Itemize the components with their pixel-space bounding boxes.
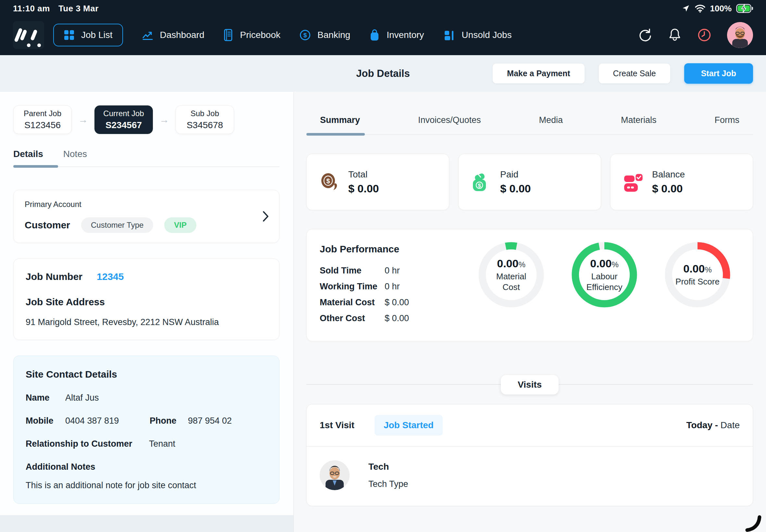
primary-account-card[interactable]: Primary Account Customer Customer Type V…	[13, 190, 279, 243]
location-icon	[682, 4, 690, 13]
active-tab-indicator	[13, 165, 58, 168]
wallet-check-icon	[623, 172, 644, 192]
sync-icon[interactable]	[638, 28, 652, 42]
nav-item-dashboard[interactable]: Dashboard	[142, 29, 204, 41]
paid-value: $ 0.00	[500, 182, 531, 195]
nav-label: Job List	[81, 30, 113, 40]
nav-label: Inventory	[387, 30, 424, 40]
ink-swoosh	[745, 512, 764, 532]
tab-notes[interactable]: Notes	[63, 149, 87, 159]
visit-tech-row[interactable]: Tech Tech Type	[307, 447, 753, 506]
tech-type: Tech Type	[368, 479, 408, 489]
sub-job-card[interactable]: Sub Job S345678	[176, 105, 234, 134]
tab-materials[interactable]: Materials	[621, 115, 657, 125]
profit-score-gauge: 0.00% Profit Score	[664, 242, 731, 308]
site-contact-card: Site Contact Details Name Altaf Jus Mobi…	[13, 356, 279, 504]
customer-name: Customer	[25, 220, 70, 231]
tab-media[interactable]: Media	[539, 115, 563, 125]
vip-badge: VIP	[164, 217, 196, 233]
job-started-chip[interactable]: Job Started	[374, 415, 443, 436]
job-number-card: Job Number 12345 Job Site Address 91 Mar…	[13, 259, 279, 340]
details-notes-tabs: Details Notes	[13, 149, 279, 167]
working-time-row: Working Time 0 hr	[320, 282, 469, 292]
job-summary-panel: Summary Invoices/Quotes Media Materials …	[294, 92, 766, 532]
nav-label: Unsold Jobs	[462, 30, 512, 40]
coin-icon: $	[319, 172, 340, 192]
first-visit-card[interactable]: 1st Visit Job Started Today - Date Tech …	[306, 404, 753, 506]
summary-tabs: Summary Invoices/Quotes Media Materials …	[306, 111, 753, 135]
balance-value: $ 0.00	[652, 182, 685, 195]
app-screen: 11:10 am Tue 3 Mar 100% Job L	[0, 0, 766, 532]
svg-text:$: $	[303, 32, 307, 39]
total-value: $ 0.00	[348, 182, 379, 195]
active-tab-indicator	[306, 133, 365, 136]
visits-section-divider: Visits	[306, 375, 753, 393]
nav-label: Dashboard	[160, 30, 204, 40]
bell-icon[interactable]	[668, 28, 682, 42]
contact-relationship: Tenant	[149, 439, 175, 449]
arrow-right-icon: →	[78, 114, 88, 125]
tab-forms[interactable]: Forms	[715, 115, 740, 125]
customer-type-chip: Customer Type	[81, 217, 153, 233]
tab-invoices-quotes[interactable]: Invoices/Quotes	[418, 115, 481, 125]
job-number-link[interactable]: 12345	[97, 271, 124, 282]
visit-date: Today - Date	[687, 420, 740, 430]
wifi-icon	[695, 4, 706, 13]
user-avatar[interactable]	[727, 22, 753, 48]
chevron-right-icon[interactable]	[262, 211, 269, 222]
ledger-icon	[223, 29, 233, 41]
battery-percent: 100%	[710, 4, 732, 14]
bag-icon	[369, 29, 380, 41]
job-breadcrumb: Parent Job S123456 → Current Job S234567…	[13, 105, 279, 134]
start-job-button[interactable]: Start Job	[684, 63, 753, 84]
current-job-card[interactable]: Current Job S234567	[94, 105, 153, 134]
parent-job-card[interactable]: Parent Job S123456	[13, 105, 72, 134]
material-cost-gauge: 0.00% Material Cost	[478, 242, 544, 308]
money-bag-icon: $	[471, 172, 492, 192]
visit-title: 1st Visit	[320, 420, 354, 430]
make-a-payment-button[interactable]: Make a Payment	[493, 63, 585, 84]
tab-details[interactable]: Details	[13, 149, 43, 159]
sold-time-row: Sold Time 0 hr	[320, 266, 469, 276]
arrow-right-icon: →	[159, 114, 169, 125]
create-sale-button[interactable]: Create Sale	[599, 63, 671, 84]
nav-item-pricebook[interactable]: Pricebook	[223, 29, 280, 41]
contact-additional-notes: This is an additional note for job site …	[26, 480, 267, 490]
top-bar: 11:10 am Tue 3 Mar 100% Job L	[0, 0, 766, 55]
nav-bar: Job List Dashboard Pricebook $ Banking I…	[0, 15, 766, 55]
material-cost-row: Material Cost $ 0.00	[320, 297, 469, 308]
page-title: Job Details	[356, 68, 410, 79]
total-stat-card: $ Total $ 0.00	[306, 154, 449, 210]
job-performance-card: Job Performance Sold Time 0 hr Working T…	[306, 229, 753, 341]
nav-item-unsold-jobs[interactable]: Unsold Jobs	[443, 29, 512, 41]
balance-stat-card: Balance $ 0.00	[610, 154, 753, 210]
dollar-circle-icon: $	[299, 29, 311, 41]
stacked-squares-icon	[443, 29, 455, 41]
status-time: 11:10 am	[13, 4, 50, 14]
svg-text:$: $	[326, 177, 330, 185]
tab-summary[interactable]: Summary	[320, 115, 360, 125]
labour-efficiency-gauge: 0.00% Labour Efficiency	[571, 242, 638, 308]
nav-item-job-list[interactable]: Job List	[53, 24, 123, 46]
tech-name: Tech	[368, 462, 408, 472]
nav-item-inventory[interactable]: Inventory	[369, 29, 424, 41]
contact-phone: 987 954 02	[188, 416, 232, 426]
time-clock-icon[interactable]	[697, 28, 711, 42]
contact-mobile: 0404 387 819	[65, 416, 150, 426]
status-bar: 11:10 am Tue 3 Mar 100%	[0, 0, 766, 15]
status-date: Tue 3 Mar	[58, 4, 99, 14]
nav-label: Banking	[317, 30, 350, 40]
tech-avatar	[320, 460, 349, 490]
nav-label: Pricebook	[240, 30, 280, 40]
contact-name: Altaf Jus	[65, 393, 99, 403]
nav-item-banking[interactable]: $ Banking	[299, 29, 350, 41]
job-site-address: 91 Marigold Street, Revesby, 2212 NSW Au…	[26, 317, 267, 327]
other-cost-row: Other Cost $ 0.00	[320, 313, 469, 323]
battery-icon	[736, 4, 753, 13]
app-logo[interactable]	[13, 21, 44, 49]
visits-pill[interactable]: Visits	[501, 375, 559, 394]
job-details-sidebar: Parent Job S123456 → Current Job S234567…	[0, 92, 294, 532]
line-chart-icon	[142, 29, 153, 41]
svg-text:$: $	[478, 183, 481, 189]
grid-icon	[64, 30, 75, 41]
